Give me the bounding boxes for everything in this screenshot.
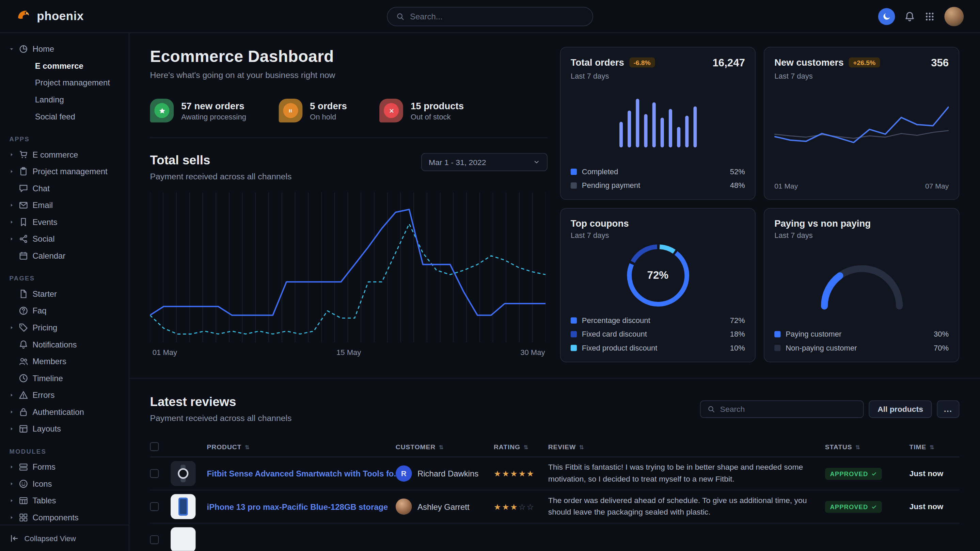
- sidebar-item-forms[interactable]: Forms: [0, 459, 129, 475]
- chat-icon: [19, 184, 28, 193]
- latest-reviews-section: Latest reviews Payment received across a…: [129, 378, 980, 551]
- column-product[interactable]: PRODUCT: [207, 443, 396, 450]
- apps-grid-icon[interactable]: [924, 11, 935, 21]
- paying-gauge-chart: [811, 252, 912, 312]
- sidebar-item-social-feed[interactable]: Social feed: [0, 108, 129, 125]
- sidebar-item-layouts[interactable]: Layouts: [0, 420, 129, 437]
- question-icon: [19, 306, 28, 316]
- product-image[interactable]: [170, 527, 196, 551]
- more-options-button[interactable]: ...: [937, 400, 959, 418]
- product-image[interactable]: [170, 494, 196, 519]
- legend-paying-customer: Paying customer 30%: [774, 330, 949, 339]
- collapse-view-toggle[interactable]: Collapsed View: [0, 525, 129, 551]
- table-row-partial: [150, 524, 959, 551]
- stat-out-of-stock: 15 products Out of stock: [379, 99, 464, 122]
- iphone-image: [178, 497, 188, 516]
- reviews-search-input[interactable]: [720, 404, 856, 413]
- sidebar-item-components[interactable]: Components: [0, 509, 129, 526]
- users-icon: [19, 357, 28, 366]
- sidebar-item-timeline[interactable]: Timeline: [0, 370, 129, 387]
- sidebar-item-starter[interactable]: Starter: [0, 286, 129, 303]
- sidebar-item-landing[interactable]: Landing: [0, 91, 129, 108]
- pie-chart-icon: [19, 44, 28, 54]
- row-checkbox[interactable]: [150, 469, 159, 478]
- lock-icon: [19, 407, 28, 417]
- sidebar-item-errors[interactable]: Errors: [0, 387, 129, 403]
- legend-percentage-discount: Percentage discount 72%: [571, 316, 745, 325]
- stat-orders-on-hold: 5 orders On hold: [278, 99, 347, 122]
- column-status[interactable]: STATUS: [825, 443, 910, 450]
- sidebar-item-ecommerce-dashboard[interactable]: E commerce: [0, 57, 129, 75]
- new-customers-badge: +26.5%: [849, 57, 880, 67]
- table-header-row: PRODUCT CUSTOMER RATING REVIEW STATUS TI…: [150, 437, 959, 457]
- sidebar-section-modules: MODULES: [0, 437, 129, 459]
- global-search[interactable]: [387, 6, 593, 26]
- latest-reviews-subtitle: Payment received across all channels: [150, 413, 292, 423]
- row-checkbox[interactable]: [150, 502, 159, 511]
- stats-row: 57 new orders Awating processing 5 order…: [150, 99, 547, 138]
- caret-right-icon: [9, 392, 14, 398]
- tag-icon: [19, 323, 28, 332]
- column-rating[interactable]: RATING: [494, 443, 548, 450]
- column-review[interactable]: REVIEW: [548, 443, 825, 450]
- caret-right-icon: [9, 464, 14, 470]
- customer-avatar[interactable]: [396, 499, 412, 515]
- global-search-input[interactable]: [410, 11, 584, 21]
- product-link[interactable]: iPhone 13 pro max-Pacific Blue-128GB sto…: [207, 502, 396, 511]
- sidebar-item-home[interactable]: Home: [0, 41, 129, 57]
- row-checkbox[interactable]: [150, 535, 159, 544]
- date-range-select[interactable]: Mar 1 - 31, 2022: [421, 153, 547, 171]
- rating-stars: ★★★★★: [494, 469, 548, 478]
- total-sells-subtitle: Payment received across all channels: [150, 172, 292, 181]
- column-customer[interactable]: CUSTOMER: [396, 443, 494, 450]
- search-icon: [396, 12, 404, 21]
- kpi-cards: Total orders -6.8% 16,247 Last 7 days Co…: [560, 47, 959, 378]
- paying-vs-non-paying-card: Paying vs non paying Last 7 days Paying …: [764, 208, 959, 362]
- reviews-search[interactable]: [700, 400, 864, 418]
- new-orders-icon: [150, 99, 174, 122]
- sidebar-item-tables[interactable]: Tables: [0, 492, 129, 509]
- cart-icon: [19, 150, 28, 160]
- sidebar-item-project-management-dashboard[interactable]: Project management: [0, 74, 129, 91]
- sidebar-item-icons[interactable]: Icons: [0, 475, 129, 492]
- sidebar-item-faq[interactable]: Faq: [0, 302, 129, 319]
- status-badge: APPROVED: [825, 501, 882, 513]
- sidebar-item-notifications[interactable]: Notifications: [0, 336, 129, 353]
- components-icon: [19, 513, 28, 522]
- warning-icon: [19, 391, 28, 400]
- share-icon: [19, 234, 28, 244]
- theme-toggle-button[interactable]: [878, 8, 895, 25]
- sidebar-item-email[interactable]: Email: [0, 197, 129, 214]
- sidebar-item-members[interactable]: Members: [0, 353, 129, 370]
- out-of-stock-icon: [379, 99, 403, 122]
- sidebar-item-calendar[interactable]: Calendar: [0, 248, 129, 264]
- customer-cell: R Richard Dawkins: [396, 465, 494, 481]
- mail-icon: [19, 200, 28, 210]
- sidebar-item-events[interactable]: Events: [0, 214, 129, 231]
- calendar-icon: [19, 251, 28, 261]
- file-icon: [19, 289, 28, 299]
- user-avatar[interactable]: [944, 6, 964, 26]
- column-time[interactable]: TIME: [910, 443, 959, 450]
- caret-right-icon: [9, 481, 14, 487]
- sidebar-item-social[interactable]: Social: [0, 230, 129, 248]
- total-sells-chart: [150, 192, 546, 342]
- caret-down-icon: [9, 46, 14, 52]
- sidebar-item-project-management[interactable]: Project management: [0, 163, 129, 180]
- sidebar-item-authentication[interactable]: Authentication: [0, 403, 129, 421]
- customer-avatar[interactable]: R: [396, 465, 412, 481]
- sidebar-item-chat[interactable]: Chat: [0, 180, 129, 197]
- product-link[interactable]: Fitbit Sense Advanced Smartwatch with To…: [207, 469, 396, 478]
- select-all-checkbox[interactable]: [150, 442, 159, 451]
- caret-right-icon: [9, 236, 14, 242]
- all-products-button[interactable]: All products: [869, 400, 932, 418]
- review-text: The order was delivered ahead of schedul…: [548, 495, 825, 518]
- brand[interactable]: phoenix: [16, 9, 84, 24]
- sidebar-item-pricing[interactable]: Pricing: [0, 319, 129, 336]
- caret-right-icon: [9, 152, 14, 157]
- sidebar-item-ecommerce[interactable]: E commerce: [0, 146, 129, 163]
- notifications-bell-icon[interactable]: [904, 11, 915, 21]
- sidebar: Home E commerce Project management Landi…: [0, 33, 129, 551]
- caret-right-icon: [9, 219, 14, 225]
- product-image[interactable]: [170, 461, 196, 486]
